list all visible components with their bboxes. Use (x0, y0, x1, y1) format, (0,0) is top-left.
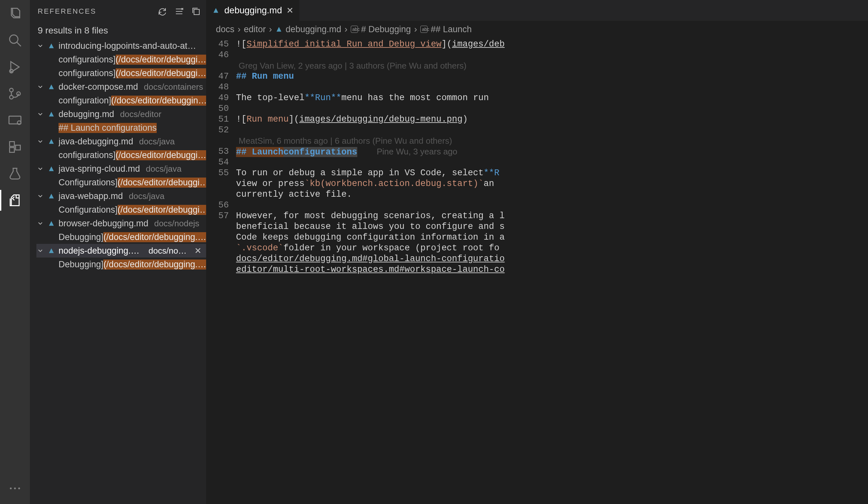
reference-match[interactable]: configurations](/docs/editor/debuggi… (37, 66, 206, 80)
markdown-icon (48, 247, 55, 255)
search-icon[interactable] (6, 31, 24, 49)
reference-match[interactable]: configurations](/docs/editor/debuggi… (37, 53, 206, 66)
svg-point-0 (10, 35, 18, 43)
reference-match[interactable]: Configurations](/docs/editor/debuggi… (37, 176, 206, 189)
svg-point-4 (10, 95, 13, 99)
refresh-icon[interactable] (157, 7, 167, 16)
reference-file[interactable]: introducing-logpoints-and-auto-at… (37, 39, 206, 53)
chevron-down-icon[interactable] (37, 219, 44, 227)
chevron-down-icon[interactable] (37, 42, 44, 50)
reference-file[interactable]: java-webapp.md docs/java (37, 189, 206, 203)
reference-match[interactable]: Debugging](/docs/editor/debugging.… (37, 230, 206, 244)
activity-bar (0, 0, 30, 504)
markdown-icon (48, 42, 55, 50)
reference-match[interactable]: Debugging](/docs/editor/debugging.… (37, 258, 206, 271)
editor-tab[interactable]: debugging.md ✕ (206, 0, 299, 21)
gitlens-annotation: MeatSim, 6 months ago | 6 authors (Pine … (236, 136, 452, 146)
new-window-icon[interactable] (191, 7, 201, 16)
reference-match[interactable]: ## Launch configurations (37, 121, 206, 135)
reference-file[interactable]: java-debugging.md docs/java (37, 135, 206, 148)
explorer-icon[interactable] (6, 4, 24, 23)
svg-rect-10 (16, 145, 20, 150)
editor-body[interactable]: 45 46 47 48 49 50 51 52 53 54 55 56 57 (206, 38, 868, 504)
references-icon[interactable] (6, 191, 24, 209)
tab-bar: debugging.md ✕ (206, 0, 868, 21)
editor-area: debugging.md ✕ docs › editor › debugging… (206, 0, 868, 504)
chevron-down-icon[interactable] (37, 192, 44, 200)
close-icon[interactable]: ✕ (287, 6, 293, 16)
markdown-icon (48, 83, 55, 91)
breadcrumb-segment[interactable]: ## Launch (431, 24, 472, 34)
gitlens-inline: Pine Wu, 3 years ago (377, 146, 457, 157)
breadcrumb-segment[interactable]: docs (216, 24, 234, 34)
results-summary: 9 results in 8 files (30, 23, 206, 39)
testing-icon[interactable] (6, 165, 24, 183)
markdown-icon (212, 7, 220, 14)
remote-icon[interactable] (6, 111, 24, 130)
reference-file[interactable]: browser-debugging.md docs/nodejs (37, 217, 206, 230)
markdown-icon (48, 137, 55, 145)
more-icon[interactable] (6, 479, 24, 497)
heading-icon: abc (351, 26, 358, 33)
markdown-icon (275, 26, 282, 33)
close-icon[interactable]: ✕ (194, 246, 202, 256)
svg-rect-6 (9, 116, 21, 124)
reference-match[interactable]: Configurations](/docs/editor/debuggi… (37, 203, 206, 217)
reference-file[interactable]: java-spring-cloud.md docs/java (37, 162, 206, 176)
reference-match[interactable]: configuration](/docs/editor/debuggin… (37, 94, 206, 107)
svg-line-1 (17, 42, 21, 47)
markdown-icon (48, 192, 55, 200)
breadcrumb-segment[interactable]: # Debugging (361, 24, 411, 34)
chevron-down-icon[interactable] (37, 247, 44, 255)
extensions-icon[interactable] (6, 138, 24, 156)
svg-rect-19 (194, 9, 199, 14)
markdown-icon (48, 219, 55, 227)
gitlens-annotation: Greg Van Liew, 2 years ago | 3 authors (… (236, 61, 466, 71)
sidebar-title: REFERENCES (38, 7, 157, 16)
markdown-icon (48, 110, 55, 118)
chevron-down-icon[interactable] (37, 110, 44, 118)
heading-icon: abc (420, 26, 427, 33)
markdown-icon (48, 165, 55, 173)
breadcrumb-segment[interactable]: debugging.md (286, 24, 341, 34)
svg-point-12 (14, 487, 16, 490)
chevron-down-icon[interactable] (37, 137, 44, 145)
reference-file[interactable]: debugging.md docs/editor (37, 107, 206, 121)
breadcrumb[interactable]: docs › editor › debugging.md › abc # Deb… (206, 21, 868, 38)
reference-file[interactable]: nodejs-debugging.md docs/nod… ✕ (37, 244, 206, 258)
source-control-icon[interactable] (6, 84, 24, 103)
svg-rect-9 (10, 148, 14, 153)
svg-point-11 (10, 487, 12, 490)
references-tree: introducing-logpoints-and-auto-at… confi… (30, 39, 206, 504)
clear-icon[interactable] (174, 7, 184, 16)
svg-point-3 (10, 89, 13, 92)
svg-rect-8 (10, 142, 14, 147)
chevron-down-icon[interactable] (37, 165, 44, 173)
breadcrumb-segment[interactable]: editor (244, 24, 266, 34)
chevron-down-icon[interactable] (37, 83, 44, 91)
references-sidebar: REFERENCES 9 results in 8 files introduc… (30, 0, 206, 504)
reference-match[interactable]: configurations](/docs/editor/debuggi… (37, 148, 206, 162)
line-gutter: 45 46 47 48 49 50 51 52 53 54 55 56 57 (206, 38, 236, 504)
run-debug-icon[interactable] (6, 58, 24, 76)
svg-point-13 (18, 487, 20, 490)
reference-file[interactable]: docker-compose.md docs/containers (37, 80, 206, 94)
